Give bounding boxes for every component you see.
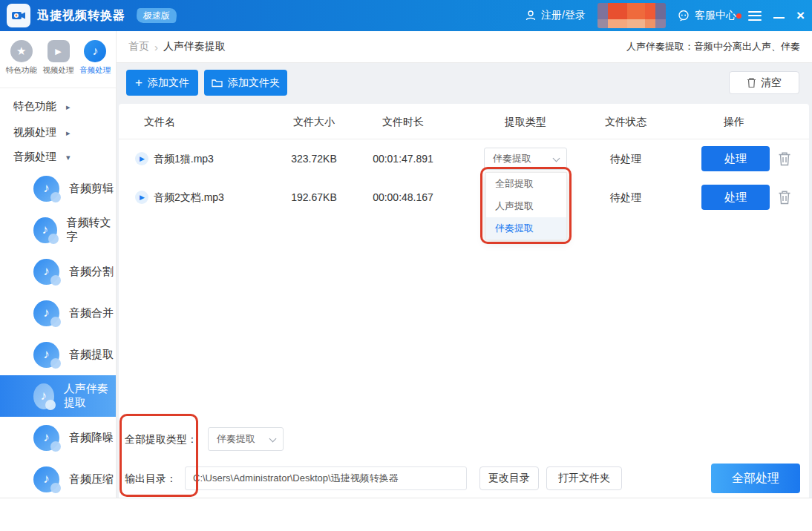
play-icon[interactable]	[135, 191, 148, 204]
trash-icon	[747, 77, 756, 88]
app-title: 迅捷视频转换器	[37, 0, 125, 31]
breadcrumb-home[interactable]: 首页	[128, 40, 149, 53]
file-duration: 00:00:48.167	[362, 178, 444, 217]
sidebar-item-audio-denoise[interactable]: 音频降噪	[0, 417, 117, 458]
file-duration: 00:01:47.891	[362, 139, 444, 178]
chevron-right-icon: ▸	[66, 102, 71, 111]
all-extract-type-value: 伴奏提取	[217, 433, 255, 444]
window-bottom-edge	[0, 498, 812, 498]
chevron-right-icon: ▸	[66, 128, 71, 137]
sidebar-item-audio-split[interactable]: 音频分割	[0, 251, 117, 292]
dropdown-option-vocal[interactable]: 人声提取	[486, 195, 566, 217]
plus-icon	[135, 76, 143, 89]
sidebar-item-label: 音频合并	[69, 306, 114, 320]
add-folder-label: 添加文件夹	[228, 76, 280, 90]
tab-label: 视频处理	[43, 65, 74, 76]
group-video-processing[interactable]: 视频处理 ▸	[0, 119, 117, 145]
group-audio-processing[interactable]: 音频处理 ▾	[0, 144, 117, 170]
file-name: 音频1猫.mp3	[154, 139, 214, 178]
camera-logo-icon	[10, 7, 27, 24]
extract-type-dropdown: 全部提取 人声提取 伴奏提取	[485, 172, 567, 240]
promo-banner-blurred[interactable]	[597, 3, 666, 28]
chevron-down-icon	[269, 435, 277, 443]
sidebar-item-audio-merge[interactable]: 音频合并	[0, 292, 117, 334]
col-extract-type: 提取类型	[485, 104, 566, 139]
user-icon	[525, 10, 537, 22]
file-size: 323.72KB	[273, 139, 355, 178]
play-icon[interactable]	[135, 152, 148, 165]
dropdown-option-accompaniment[interactable]: 伴奏提取	[486, 217, 566, 240]
close-icon[interactable]: ×	[796, 0, 805, 31]
app-logo-icon	[7, 4, 30, 27]
group-label: 视频处理	[13, 126, 56, 138]
audio-denoise-icon	[33, 425, 59, 451]
sidebar-item-audio-compress[interactable]: 音频压缩	[0, 458, 117, 498]
notification-dot	[736, 13, 741, 19]
table-row: 音频2文档.mp3 192.67KB 00:00:48.167 待处理 处理	[119, 178, 809, 217]
audio-merge-icon	[33, 300, 59, 326]
sidebar-item-audio-to-text[interactable]: 音频转文字	[0, 209, 117, 251]
process-all-button[interactable]: 全部处理	[711, 464, 800, 493]
sidebar-item-label: 音频转文字	[67, 216, 117, 244]
add-file-button[interactable]: 添加文件	[126, 70, 198, 96]
group-special-features[interactable]: 特色功能 ▸	[0, 93, 117, 119]
tab-audio-processing[interactable]: 音频处理	[76, 37, 114, 88]
all-extract-type-select[interactable]: 伴奏提取	[208, 427, 284, 451]
output-dir-label: 输出目录：	[125, 466, 177, 490]
clear-label: 清空	[761, 76, 782, 90]
delete-row-icon[interactable]	[778, 151, 791, 166]
extract-type-value: 伴奏提取	[493, 153, 531, 164]
folder-icon	[212, 78, 223, 88]
sidebar-item-audio-cut[interactable]: 音频剪辑	[0, 168, 117, 209]
menu-icon[interactable]	[748, 11, 762, 21]
all-extract-type-label: 全部提取类型：	[125, 427, 197, 451]
add-file-label: 添加文件	[148, 76, 189, 90]
add-folder-button[interactable]: 添加文件夹	[204, 70, 287, 96]
breadcrumb-bar: 首页 › 人声伴奏提取 人声伴奏提取：音频中分离出人声、伴奏	[117, 31, 812, 63]
chevron-down-icon	[553, 155, 560, 162]
customer-service-button[interactable]: 客服中心	[678, 9, 736, 22]
audio-to-text-icon	[33, 217, 57, 243]
process-button[interactable]: 处理	[701, 185, 770, 210]
sidebar-item-vocal-accompaniment-extract[interactable]: 人声伴奏提取	[0, 375, 117, 417]
delete-row-icon[interactable]	[778, 190, 791, 205]
sidebar-item-label: 音频降噪	[69, 431, 114, 445]
feature-description: 人声伴奏提取：音频中分离出人声、伴奏	[626, 40, 800, 53]
audio-tools-menu: 音频剪辑 音频转文字 音频分割 音频合并 音频提取 人声伴奏提取	[0, 168, 117, 498]
minimize-icon[interactable]	[773, 17, 785, 19]
file-list-card: 文件名 文件大小 文件时长 提取类型 文件状态 操作 音频1猫.mp3 323.…	[119, 104, 809, 498]
breadcrumb-separator: ›	[154, 41, 158, 53]
change-dir-button[interactable]: 更改目录	[479, 466, 539, 490]
category-tabs: 特色功能 视频处理 音频处理	[0, 37, 117, 88]
col-filename: 文件名	[144, 104, 175, 139]
sidebar-item-label: 音频提取	[69, 348, 114, 362]
app-window: 迅捷视频转换器 极速版 注册/登录 客服中心	[0, 0, 812, 531]
audio-extract-icon	[33, 342, 59, 368]
breadcrumb-current: 人声伴奏提取	[163, 40, 226, 53]
extract-type-select[interactable]: 伴奏提取	[484, 148, 567, 170]
login-button[interactable]: 注册/登录	[525, 9, 586, 22]
sidebar-item-audio-extract[interactable]: 音频提取	[0, 334, 117, 375]
sidebar-item-label: 音频剪辑	[69, 182, 114, 196]
file-status: 待处理	[585, 139, 667, 178]
audio-cut-icon	[33, 176, 59, 202]
file-name: 音频2文档.mp3	[154, 178, 224, 217]
clear-button[interactable]: 清空	[729, 71, 799, 94]
group-label: 音频处理	[13, 151, 56, 162]
tab-label: 特色功能	[6, 65, 37, 76]
star-icon	[10, 40, 33, 62]
sidebar-item-label: 人声伴奏提取	[64, 382, 117, 410]
login-label: 注册/登录	[541, 9, 586, 22]
vocal-extract-icon	[33, 383, 54, 409]
open-folder-button[interactable]: 打开文件夹	[546, 466, 622, 490]
sidebar-item-label: 音频压缩	[69, 472, 114, 487]
tab-special-features[interactable]: 特色功能	[3, 37, 40, 88]
col-actions: 操作	[693, 104, 775, 139]
output-dir-input[interactable]	[185, 466, 467, 490]
process-button[interactable]: 处理	[701, 146, 770, 171]
tab-video-processing[interactable]: 视频处理	[40, 37, 77, 88]
file-status: 待处理	[585, 178, 667, 217]
titlebar: 迅捷视频转换器 极速版 注册/登录 客服中心	[0, 0, 812, 31]
chevron-down-icon: ▾	[66, 153, 71, 162]
dropdown-option-all[interactable]: 全部提取	[486, 173, 566, 195]
